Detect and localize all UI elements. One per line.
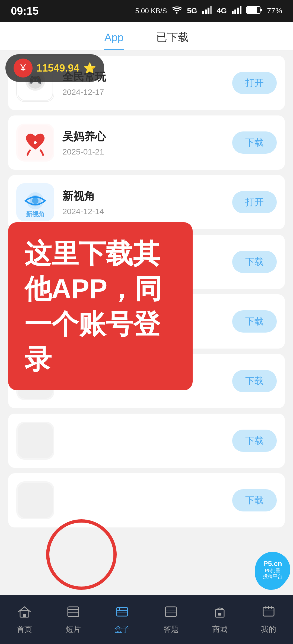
short-icon	[66, 605, 80, 622]
app-date-1: 2025-01-21	[62, 147, 224, 156]
svg-rect-5	[234, 9, 236, 14]
tab-downloaded[interactable]: 已下载	[156, 30, 189, 50]
red-box-text: 这里下载其他APP，同一个账号登录	[24, 236, 176, 377]
svg-rect-33	[23, 614, 26, 617]
nav-home-label: 首页	[17, 624, 32, 635]
svg-rect-6	[237, 8, 239, 14]
wifi-icon	[172, 6, 182, 16]
p5-watermark: P5.cn P5批量投稿平台	[255, 552, 290, 587]
svg-rect-4	[232, 11, 234, 14]
nav-quiz[interactable]: 答题	[163, 605, 179, 635]
app-name-2: 新视角	[62, 189, 224, 204]
shop-icon	[213, 605, 227, 622]
red-circle-annotation	[46, 519, 117, 590]
status-bar: 09:15 5.00 KB/S 5G 4G	[0, 0, 293, 22]
svg-point-20	[32, 198, 38, 204]
app-btn-5[interactable]: 下载	[232, 370, 277, 392]
app-icon-wuma	[16, 124, 54, 162]
network-speed: 5.00 KB/S	[135, 7, 167, 15]
svg-rect-0	[202, 11, 204, 14]
app-card-1: 吴妈养心 2025-01-21 下载	[8, 115, 285, 170]
svg-text:新视角: 新视角	[26, 211, 45, 218]
status-time: 09:15	[11, 5, 39, 17]
svg-rect-7	[240, 6, 241, 14]
nav-short[interactable]: 短片	[66, 605, 81, 635]
svg-rect-48	[218, 613, 221, 616]
app-icon-xinshijiao: 新视角	[16, 183, 54, 221]
svg-point-49	[221, 608, 223, 609]
app-btn-2[interactable]: 打开	[232, 191, 277, 213]
nav-shop[interactable]: 商城	[212, 605, 227, 635]
svg-rect-29	[18, 483, 53, 518]
app-btn-7[interactable]: 下载	[232, 489, 277, 511]
quiz-icon	[164, 605, 178, 622]
mine-icon	[262, 605, 276, 622]
app-date-2: 2024-12-14	[62, 207, 224, 216]
nav-home[interactable]: 首页	[17, 605, 32, 635]
coin-star-icon: ⭐	[83, 62, 96, 74]
app-info-wuma: 吴妈养心 2025-01-21	[62, 129, 224, 156]
svg-rect-1	[205, 9, 207, 14]
tab-app[interactable]: App	[104, 31, 123, 50]
nav-short-label: 短片	[66, 624, 81, 635]
app-btn-3[interactable]: 下载	[232, 251, 277, 273]
app-btn-0[interactable]: 打开	[232, 72, 277, 94]
home-icon	[17, 605, 31, 622]
app-card-7: 下载	[8, 473, 285, 527]
app-card-2: 新视角 新视角 2024-12-14 打开	[8, 175, 285, 229]
4g-icon: 4G	[217, 7, 227, 15]
battery-percent: 77%	[267, 7, 282, 15]
app-icon-6	[16, 422, 54, 460]
app-date-0: 2024-12-17	[62, 88, 224, 97]
nav-quiz-label: 答题	[163, 624, 179, 635]
app-icon-7	[16, 481, 54, 519]
svg-rect-3	[210, 6, 212, 14]
app-info-xinshijiao: 新视角 2024-12-14	[62, 189, 224, 216]
box-icon	[115, 605, 129, 622]
p5-subtitle: P5批量投稿平台	[263, 568, 282, 579]
coin-badge: ¥ 11549.94 ⭐	[5, 54, 104, 82]
svg-rect-9	[260, 9, 262, 11]
svg-rect-28	[18, 423, 53, 458]
app-btn-6[interactable]: 下载	[232, 430, 277, 452]
nav-shop-label: 商城	[212, 624, 227, 635]
battery-icon	[246, 6, 262, 16]
p5-text: P5.cn	[263, 559, 282, 568]
app-btn-4[interactable]: 下载	[232, 310, 277, 333]
coin-value: 11549.94	[36, 62, 79, 74]
bottom-nav: 首页 短片 盒子	[0, 595, 293, 644]
svg-rect-2	[208, 8, 209, 14]
svg-rect-10	[247, 7, 257, 13]
svg-point-16	[34, 141, 37, 144]
top-tabs: App 已下载	[0, 22, 293, 50]
coin-icon: ¥	[14, 59, 33, 78]
status-right: 5.00 KB/S 5G 4G	[135, 6, 282, 16]
red-announcement-box: 这里下载其他APP，同一个账号登录	[8, 222, 193, 390]
signal-icon	[202, 6, 212, 16]
app-name-1: 吴妈养心	[62, 129, 224, 144]
nav-mine[interactable]: 我的	[261, 605, 276, 635]
app-btn-1[interactable]: 下载	[232, 131, 277, 154]
nav-box[interactable]: 盒子	[114, 605, 130, 635]
5g-icon: 5G	[187, 7, 197, 15]
nav-box-label: 盒子	[114, 624, 130, 635]
nav-mine-label: 我的	[261, 624, 276, 635]
app-card-6: 下载	[8, 414, 285, 468]
signal2-icon	[232, 6, 241, 16]
